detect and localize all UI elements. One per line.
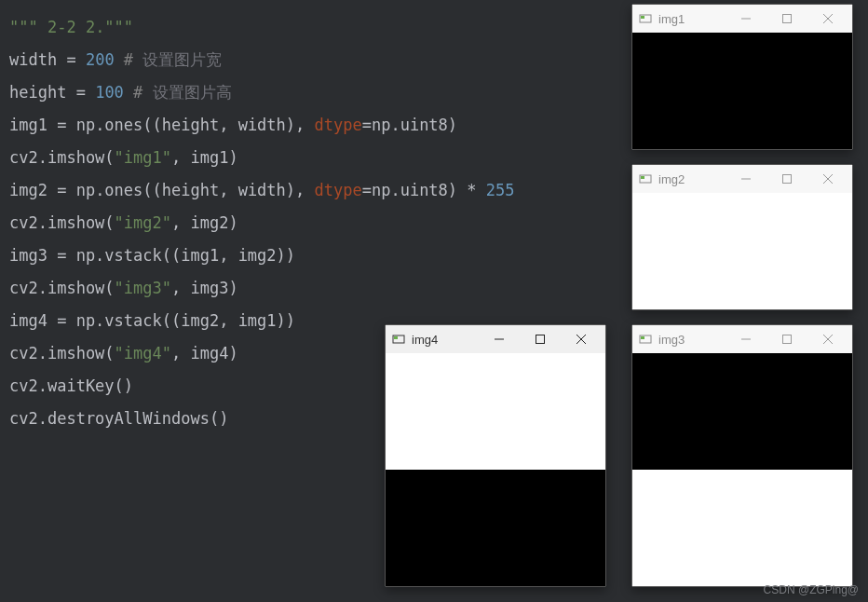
window-content <box>632 193 852 309</box>
maximize-button[interactable] <box>768 165 806 193</box>
window-title: img3 <box>658 333 685 347</box>
svg-rect-13 <box>641 336 644 339</box>
svg-rect-3 <box>783 15 792 23</box>
maximize-button[interactable] <box>768 5 806 33</box>
docstring: """ <box>9 18 38 36</box>
window-content <box>632 353 852 586</box>
app-icon <box>638 171 653 186</box>
minimize-button[interactable] <box>727 325 765 353</box>
minimize-button[interactable] <box>727 165 765 193</box>
close-button[interactable] <box>809 5 847 33</box>
watermark: CSDN @ZGPing@ <box>764 583 859 596</box>
svg-rect-21 <box>536 335 545 344</box>
minimize-button[interactable] <box>727 5 765 33</box>
window-content <box>386 353 605 586</box>
titlebar[interactable]: img3 <box>632 325 852 353</box>
maximize-button[interactable] <box>768 325 806 353</box>
app-icon <box>638 11 653 26</box>
svg-rect-19 <box>394 336 398 339</box>
window-img2[interactable]: img2 <box>631 164 853 310</box>
window-img1[interactable]: img1 <box>631 4 853 150</box>
close-button[interactable] <box>809 325 847 353</box>
window-title: img1 <box>658 12 685 26</box>
maximize-button[interactable] <box>522 325 559 353</box>
window-img3[interactable]: img3 <box>631 324 853 587</box>
svg-rect-15 <box>783 335 792 344</box>
app-icon <box>638 332 653 347</box>
window-content <box>632 33 852 149</box>
minimize-button[interactable] <box>481 325 518 353</box>
window-title: img4 <box>412 333 438 347</box>
docstring: 2-2 2.""" <box>38 18 133 36</box>
titlebar[interactable]: img1 <box>632 5 852 33</box>
close-button[interactable] <box>809 165 847 193</box>
svg-rect-7 <box>641 176 644 179</box>
titlebar[interactable]: img2 <box>632 165 852 193</box>
window-img4[interactable]: img4 <box>385 324 606 587</box>
titlebar[interactable]: img4 <box>386 325 605 353</box>
svg-rect-9 <box>783 175 792 184</box>
app-icon <box>391 332 406 347</box>
close-button[interactable] <box>563 325 600 353</box>
svg-rect-1 <box>641 16 644 19</box>
window-title: img2 <box>658 172 685 186</box>
